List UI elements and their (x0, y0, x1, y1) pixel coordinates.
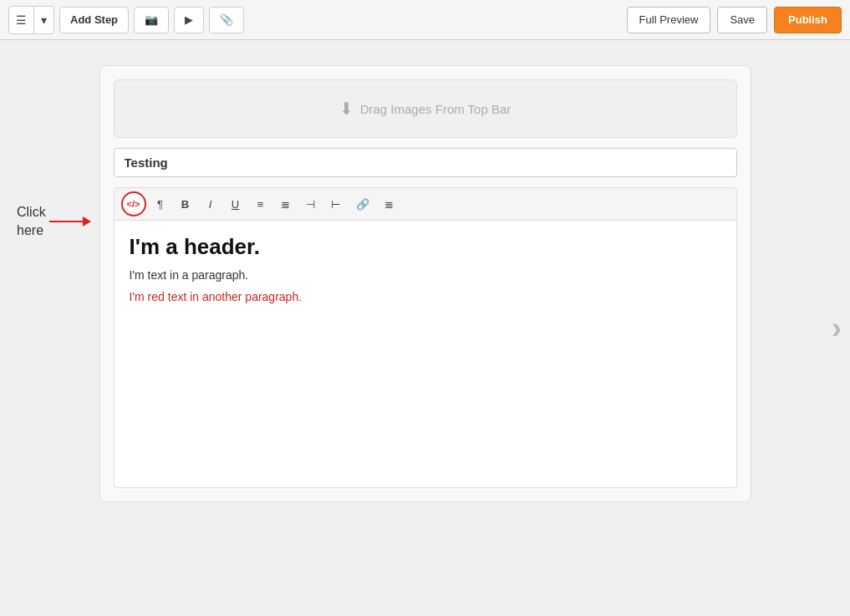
arrow-head (83, 216, 91, 227)
editor-paragraph-1: I'm text in a paragraph. (130, 268, 721, 282)
editor-header-text: I'm a header. (130, 234, 721, 260)
dropdown-icon: ▾ (41, 13, 47, 27)
video-button[interactable]: ▶ (174, 7, 204, 33)
editor-content-area[interactable]: I'm a header. I'm text in a paragraph. I… (114, 221, 737, 488)
full-preview-button[interactable]: Full Preview (627, 7, 711, 33)
code-format-button[interactable]: </> (121, 191, 146, 216)
format-toolbar: </> ¶ B I U ≡ ≣ ⊣ ⊢ 🔗 ≣ (114, 187, 737, 221)
camera-button[interactable]: 📷 (134, 7, 169, 33)
justify-button[interactable]: ≣ (379, 193, 400, 215)
italic-format-button[interactable]: I (200, 193, 221, 215)
publish-button[interactable]: Publish (774, 7, 842, 33)
click-here-annotation: Click here (17, 203, 91, 241)
attach-icon: 📎 (220, 13, 233, 26)
title-input[interactable] (114, 148, 737, 177)
indent-button[interactable]: ⊢ (325, 193, 347, 215)
next-step-arrow[interactable]: › (832, 311, 842, 346)
editor-panel: ⬇ Drag Images From Top Bar </> ¶ B I U ≡… (99, 65, 751, 502)
drag-images-label: Drag Images From Top Bar (360, 102, 512, 116)
list-icon-button[interactable]: ☰ (9, 7, 34, 33)
save-button[interactable]: Save (717, 7, 767, 33)
main-toolbar: ☰ ▾ Add Step 📷 ▶ 📎 Full Preview Save Pub… (0, 0, 850, 40)
attach-button[interactable]: 📎 (209, 7, 244, 33)
annotation-arrow (49, 216, 91, 227)
rich-editor-wrapper: </> ¶ B I U ≡ ≣ ⊣ ⊢ 🔗 ≣ I'm a header. I'… (114, 187, 737, 488)
paragraph-format-button[interactable]: ¶ (150, 193, 171, 215)
drag-images-area[interactable]: ⬇ Drag Images From Top Bar (114, 79, 737, 138)
unordered-list-button[interactable]: ≡ (250, 193, 272, 215)
toolbar-right: Full Preview Save Publish (627, 7, 842, 33)
click-here-text: Click here (17, 203, 46, 241)
list-dropdown-group: ☰ ▾ (8, 6, 54, 34)
video-icon: ▶ (185, 13, 193, 26)
add-step-button[interactable]: Add Step (59, 7, 129, 33)
link-button[interactable]: 🔗 (350, 193, 375, 215)
dropdown-button[interactable]: ▾ (34, 7, 53, 33)
main-content: Click here ⬇ Drag Images From Top Bar </… (0, 40, 850, 616)
arrow-line (49, 221, 83, 222)
editor-paragraph-2-red: I'm red text in another paragraph. (130, 290, 721, 303)
bold-format-button[interactable]: B (175, 193, 196, 215)
toolbar-left: ☰ ▾ Add Step 📷 ▶ 📎 (8, 6, 622, 34)
underline-format-button[interactable]: U (225, 193, 247, 215)
camera-icon: 📷 (145, 13, 158, 26)
list-icon: ☰ (16, 13, 27, 27)
ordered-list-button[interactable]: ≣ (275, 193, 297, 215)
outdent-button[interactable]: ⊣ (300, 193, 322, 215)
drag-down-icon: ⬇ (339, 99, 354, 119)
